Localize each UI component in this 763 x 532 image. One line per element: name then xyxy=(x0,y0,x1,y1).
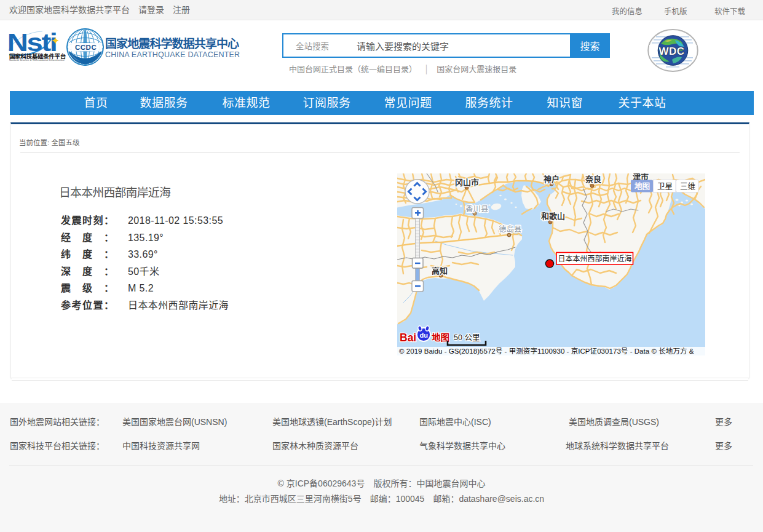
svg-text:三维: 三维 xyxy=(680,182,696,191)
svg-text:香川县: 香川县 xyxy=(465,205,489,213)
svg-text:神户: 神户 xyxy=(544,175,559,184)
svg-text:Bai: Bai xyxy=(400,332,416,344)
svg-text:National Science & Technologic: National Science & Technological Infrast… xyxy=(9,58,65,61)
svg-text:奈良: 奈良 xyxy=(585,175,601,184)
svg-text:50 公里: 50 公里 xyxy=(454,333,480,342)
svg-text:Nsti: Nsti xyxy=(8,28,57,56)
svg-text:和歌山: 和歌山 xyxy=(541,212,565,221)
svg-text:卫星: 卫星 xyxy=(657,182,673,191)
svg-text:CCDC: CCDC xyxy=(75,44,97,51)
svg-text:德岛县: 德岛县 xyxy=(499,224,522,234)
svg-text:du: du xyxy=(420,332,428,339)
svg-text:冈山市: 冈山市 xyxy=(455,178,479,187)
svg-text:高知: 高知 xyxy=(432,266,448,276)
svg-text:日本本州西部南岸近海: 日本本州西部南岸近海 xyxy=(558,254,632,263)
svg-text:地图: 地图 xyxy=(635,181,650,191)
svg-text:地图: 地图 xyxy=(432,332,449,343)
svg-text:WDC: WDC xyxy=(659,46,685,57)
svg-text:© 2019 Baidu - GS(2018)5572号 -: © 2019 Baidu - GS(2018)5572号 - 甲测资字11009… xyxy=(399,347,694,355)
